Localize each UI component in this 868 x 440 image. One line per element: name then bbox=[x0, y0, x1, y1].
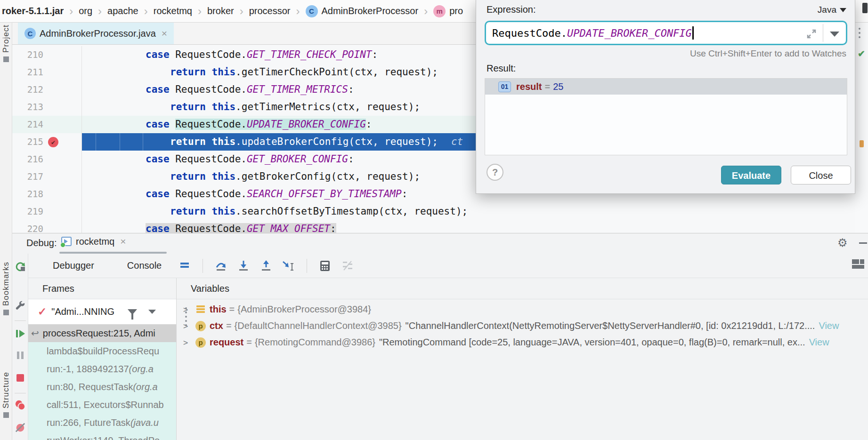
code-text[interactable]: return this.searchOffsetByTimestamp(ctx,… bbox=[82, 203, 855, 220]
tab-adminbrokerprocessor[interactable]: C AdminBrokerProcessor.java × bbox=[18, 23, 174, 44]
thread-selector[interactable]: ✓ "Admi...NNING bbox=[28, 299, 176, 324]
breadcrumb-item[interactable]: org bbox=[79, 6, 92, 16]
identifier-highlight: case RequestCode.GET_MAX_OFFSET: bbox=[146, 223, 336, 233]
frame-location: (org.a bbox=[129, 364, 154, 375]
code-line[interactable]: 219return this.searchOffsetByTimestamp(c… bbox=[12, 203, 855, 220]
close-icon[interactable]: × bbox=[162, 28, 167, 39]
gear-icon[interactable]: ⚙ bbox=[837, 236, 848, 249]
variable-string: "RemotingCommand [code=25, language=JAVA… bbox=[379, 337, 805, 348]
editor-gutter[interactable]: 218 bbox=[12, 185, 82, 203]
frame-row[interactable]: runWorker:1149, ThreadPo bbox=[28, 432, 176, 440]
breadcrumb-item[interactable]: processor bbox=[249, 6, 291, 16]
mute-breakpoints-icon[interactable] bbox=[15, 422, 26, 433]
frame-text: runWorker:1149, ThreadPo bbox=[47, 435, 160, 440]
code-line[interactable]: 220case RequestCode.GET_MAX_OFFSET: bbox=[12, 220, 855, 233]
view-link[interactable]: View bbox=[819, 320, 839, 331]
editor-gutter[interactable]: 220 bbox=[12, 220, 82, 233]
frame-row[interactable]: run:266, FutureTask (java.u bbox=[28, 414, 176, 432]
rerun-icon[interactable] bbox=[15, 261, 26, 272]
chevron-right-icon[interactable]: > bbox=[183, 338, 190, 347]
line-number: 210 bbox=[12, 46, 43, 64]
breadcrumb-item[interactable]: CAdminBrokerProcessor bbox=[306, 5, 419, 17]
editor-scrollbar-strip[interactable]: ✔ bbox=[855, 23, 868, 233]
run-to-cursor-icon[interactable] bbox=[282, 259, 296, 273]
resume-icon[interactable] bbox=[15, 328, 26, 339]
threads-view-icon[interactable] bbox=[178, 259, 192, 273]
breadcrumb-label: roker-5.1.1.jar bbox=[2, 6, 64, 16]
frame-row[interactable]: run:80, RequestTask (org.a bbox=[28, 378, 176, 396]
chevron-right-icon[interactable]: > bbox=[183, 321, 190, 331]
evaluate-button[interactable]: Evaluate bbox=[721, 166, 781, 184]
evaluate-expression-dialog: Expression: Java RequestCode.UPDATE_BROK… bbox=[476, 0, 855, 194]
expand-icon[interactable] bbox=[806, 29, 817, 41]
language-selector[interactable]: Java bbox=[818, 5, 846, 15]
equals-sign: = bbox=[246, 337, 252, 348]
frame-row[interactable]: ↩processRequest:215, Admi bbox=[28, 324, 176, 342]
editor-gutter[interactable]: 217 bbox=[12, 168, 82, 185]
breadcrumb-item[interactable]: apache bbox=[107, 6, 138, 16]
step-out-icon[interactable] bbox=[259, 259, 273, 273]
chevron-right-icon[interactable]: > bbox=[183, 305, 190, 314]
close-button[interactable]: Close bbox=[791, 166, 851, 184]
editor-gutter[interactable]: 211 bbox=[12, 64, 82, 81]
editor-gutter[interactable]: 215✔ bbox=[12, 133, 82, 151]
result-row[interactable]: 01 result = 25 bbox=[485, 79, 847, 95]
settings-wrench-icon[interactable] bbox=[15, 301, 26, 312]
breadcrumb-separator: › bbox=[240, 5, 243, 18]
step-into-icon[interactable] bbox=[236, 259, 251, 273]
sidebar-item-structure[interactable]: Structure bbox=[0, 372, 12, 418]
debug-header: Debug: rocketmq × ⚙ bbox=[12, 233, 868, 254]
code-token: case bbox=[146, 188, 175, 200]
thread-name: "Admi...NNING bbox=[51, 306, 114, 317]
history-dropdown-icon[interactable] bbox=[830, 32, 839, 37]
equals-sign: = bbox=[229, 304, 235, 315]
step-over-icon[interactable] bbox=[214, 259, 228, 273]
chevron-down-icon[interactable] bbox=[148, 310, 156, 314]
inspection-check-icon[interactable]: ✔ bbox=[858, 48, 865, 59]
pause-icon bbox=[15, 350, 26, 361]
minimize-icon[interactable] bbox=[859, 242, 867, 244]
code-token: .updateBrokerConfig(ctx, request); bbox=[235, 136, 438, 147]
view-breakpoints-icon[interactable] bbox=[15, 400, 26, 411]
error-stripe-mark[interactable] bbox=[860, 140, 864, 147]
editor-gutter[interactable]: 214 bbox=[12, 116, 82, 133]
sidebar-item-project[interactable]: Project bbox=[0, 24, 12, 62]
tab-debugger[interactable]: Debugger bbox=[53, 260, 94, 271]
expression-input[interactable]: RequestCode.UPDATE_BROKER_CONFIG bbox=[485, 21, 847, 45]
frame-row[interactable]: call:511, Executors$Runnab bbox=[28, 396, 176, 414]
evaluate-expression-icon[interactable] bbox=[318, 259, 332, 273]
help-button[interactable]: ? bbox=[487, 164, 503, 181]
more-dots-icon[interactable] bbox=[859, 25, 860, 40]
tab-rocketmq[interactable]: rocketmq × bbox=[61, 236, 126, 247]
breadcrumb-item[interactable]: mpro bbox=[433, 5, 463, 17]
variable-row[interactable]: >this={AdminBrokerProcessor@3984} bbox=[177, 301, 868, 318]
editor-gutter[interactable]: 212 bbox=[12, 81, 82, 98]
variable-row[interactable]: >prequest={RemotingCommand@3986}"Remotin… bbox=[177, 334, 868, 351]
editor-gutter[interactable]: 210 bbox=[12, 46, 82, 64]
breakpoint-icon[interactable]: ✔ bbox=[48, 137, 58, 147]
stop-icon[interactable] bbox=[15, 372, 26, 384]
breadcrumb-item[interactable]: rocketmq bbox=[154, 6, 192, 16]
variable-row[interactable]: >pctx={DefaultChannelHandlerContext@3985… bbox=[177, 318, 868, 334]
frame-row[interactable]: run:-1, 1889492137 (org.a bbox=[28, 360, 176, 378]
editor-gutter[interactable]: 213 bbox=[12, 98, 82, 116]
debug-label: Debug: bbox=[26, 238, 57, 248]
structure-icon bbox=[3, 412, 9, 418]
filter-icon[interactable] bbox=[128, 309, 137, 315]
run-config-icon bbox=[61, 237, 72, 246]
breadcrumb-item[interactable]: broker bbox=[207, 6, 234, 16]
breadcrumb-item[interactable]: roker-5.1.1.jar bbox=[2, 6, 64, 16]
code-token: return bbox=[170, 136, 212, 147]
tab-console[interactable]: Console bbox=[127, 260, 162, 271]
frame-row[interactable]: lambda$buildProcessRequ bbox=[28, 342, 176, 360]
restore-layout-icon[interactable] bbox=[852, 259, 864, 271]
sidebar-item-bookmarks[interactable]: Bookmarks bbox=[0, 262, 12, 315]
close-icon[interactable]: × bbox=[120, 236, 126, 247]
editor-gutter[interactable]: 216 bbox=[12, 151, 82, 168]
result-value: 25 bbox=[553, 81, 563, 92]
code-text[interactable]: case RequestCode.GET_MAX_OFFSET: bbox=[82, 220, 855, 233]
editor-gutter[interactable]: 219 bbox=[12, 203, 82, 220]
class-icon: C bbox=[24, 28, 36, 39]
breadcrumb-label: AdminBrokerProcessor bbox=[322, 6, 419, 16]
view-link[interactable]: View bbox=[809, 337, 829, 348]
